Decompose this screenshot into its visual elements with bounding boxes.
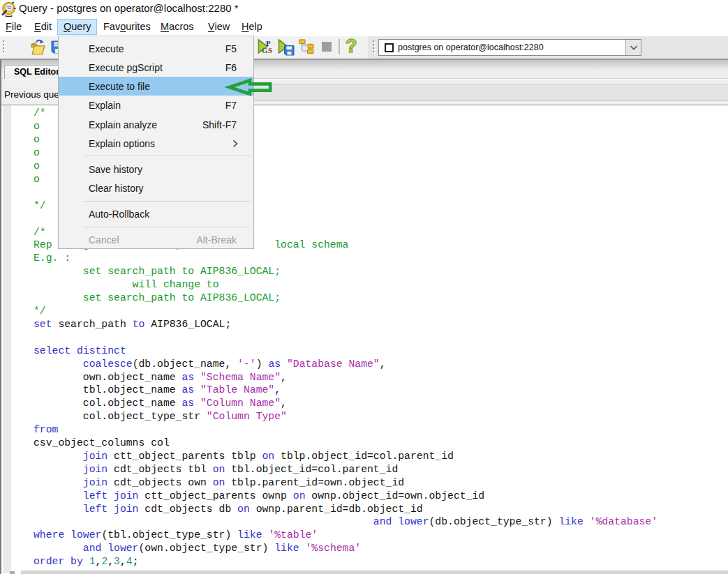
svg-text:S: S	[268, 46, 272, 54]
svg-text:G: G	[262, 46, 268, 54]
